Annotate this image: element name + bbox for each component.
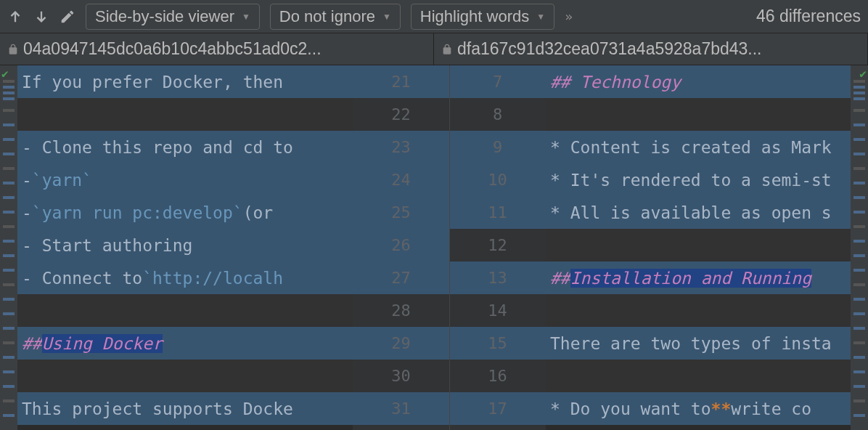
marker[interactable] xyxy=(3,298,15,301)
marker[interactable] xyxy=(853,341,865,344)
code-segment: * All is available as open s xyxy=(550,203,832,222)
marker[interactable] xyxy=(853,283,865,286)
ignore-mode-dropdown[interactable]: Do not ignore ▼ xyxy=(270,4,401,30)
marker[interactable] xyxy=(3,211,15,214)
marker[interactable] xyxy=(853,254,865,257)
left-marker-column[interactable]: ✔ xyxy=(0,65,17,430)
marker[interactable] xyxy=(3,385,15,388)
next-diff-button[interactable] xyxy=(33,9,49,25)
code-line[interactable]: This project supports Docke xyxy=(17,392,353,425)
edit-button[interactable] xyxy=(60,9,75,25)
code-line[interactable]: * All is available as open s xyxy=(546,196,851,229)
marker[interactable] xyxy=(853,327,865,330)
marker[interactable] xyxy=(3,109,15,112)
marker[interactable] xyxy=(853,399,865,402)
marker[interactable] xyxy=(3,123,15,126)
code-segment: * Content is created as Mark xyxy=(550,138,832,157)
code-segment: There are two types of insta xyxy=(550,334,832,353)
marker[interactable] xyxy=(853,196,865,199)
marker[interactable] xyxy=(853,298,865,301)
code-line[interactable] xyxy=(546,294,851,327)
marker[interactable] xyxy=(3,327,15,330)
code-segment: This project supports Docke xyxy=(22,399,293,418)
marker[interactable] xyxy=(3,153,15,155)
marker[interactable] xyxy=(853,240,865,243)
marker[interactable] xyxy=(3,399,15,402)
marker[interactable] xyxy=(853,225,865,228)
pencil-icon xyxy=(60,9,75,25)
code-line[interactable]: * Content is created as Mark xyxy=(546,131,851,163)
left-pane[interactable]: If you prefer Docker, then- Clone this r… xyxy=(17,65,353,430)
code-line[interactable] xyxy=(546,360,851,392)
marker[interactable] xyxy=(3,370,15,373)
marker[interactable] xyxy=(853,109,865,112)
marker[interactable] xyxy=(3,167,15,170)
marker[interactable] xyxy=(853,167,865,170)
code-line[interactable]: - Connect to `http://localh xyxy=(17,261,353,294)
marker[interactable] xyxy=(853,138,865,141)
marker[interactable] xyxy=(3,269,15,272)
marker[interactable] xyxy=(853,97,865,100)
marker[interactable] xyxy=(3,196,15,199)
marker[interactable] xyxy=(853,370,865,373)
marker[interactable] xyxy=(853,312,865,315)
code-line[interactable] xyxy=(17,98,353,131)
code-line[interactable]: - Start authoring xyxy=(17,229,353,261)
lock-icon xyxy=(441,42,453,57)
marker[interactable] xyxy=(3,341,15,344)
viewer-mode-dropdown[interactable]: Side-by-side viewer ▼ xyxy=(86,4,260,30)
code-line[interactable]: ## Technology xyxy=(546,65,851,98)
marker[interactable] xyxy=(853,92,865,94)
marker[interactable] xyxy=(853,86,865,89)
marker[interactable] xyxy=(3,182,15,184)
marker[interactable] xyxy=(3,283,15,286)
ignore-mode-label: Do not ignore xyxy=(279,7,375,26)
marker[interactable] xyxy=(3,92,15,94)
marker[interactable] xyxy=(853,153,865,155)
code-line[interactable]: ## Installation and Running xyxy=(546,261,851,294)
code-segment: ## Technology xyxy=(550,73,681,92)
marker[interactable] xyxy=(853,414,865,417)
line-number-right: 13 xyxy=(449,261,546,294)
marker[interactable] xyxy=(853,269,865,272)
code-line[interactable]: * It's rendered to a semi-st xyxy=(546,163,851,196)
marker[interactable] xyxy=(853,211,865,214)
marker[interactable] xyxy=(3,356,15,359)
highlight-mode-dropdown[interactable]: Highlight words ▼ xyxy=(411,4,554,30)
code-line[interactable] xyxy=(546,229,851,261)
marker[interactable] xyxy=(3,240,15,243)
marker[interactable] xyxy=(853,80,865,83)
marker[interactable] xyxy=(3,80,15,83)
marker[interactable] xyxy=(853,356,865,359)
right-pane[interactable]: ## Technology* Content is created as Mar… xyxy=(546,65,851,430)
code-line[interactable] xyxy=(546,98,851,131)
code-line[interactable]: - `yarn` xyxy=(17,163,353,196)
marker[interactable] xyxy=(3,254,15,257)
marker[interactable] xyxy=(3,86,15,89)
code-line[interactable]: - `yarn run pc:develop` (or xyxy=(17,196,353,229)
code-line[interactable]: ## Using Docker xyxy=(17,327,353,360)
marker[interactable] xyxy=(3,97,15,100)
code-line[interactable]: If you prefer Docker, then xyxy=(17,65,353,98)
marker[interactable] xyxy=(853,385,865,388)
code-line[interactable] xyxy=(17,360,353,392)
code-line[interactable]: - Clone this repo and cd to xyxy=(17,131,353,163)
line-number-left: 22 xyxy=(353,98,449,131)
code-line[interactable]: There are two types of insta xyxy=(546,327,851,360)
code-line[interactable]: * Do you want to **write co xyxy=(546,392,851,425)
more-options-icon[interactable]: » xyxy=(565,9,573,24)
marker[interactable] xyxy=(3,138,15,141)
line-number-right: 10 xyxy=(449,163,546,196)
marker[interactable] xyxy=(3,225,15,228)
code-segment: ## xyxy=(22,334,42,353)
marker[interactable] xyxy=(3,312,15,315)
marker[interactable] xyxy=(853,123,865,126)
code-line[interactable] xyxy=(17,294,353,327)
marker[interactable] xyxy=(3,414,15,417)
code-segment: (or xyxy=(243,203,274,222)
prev-diff-button[interactable] xyxy=(7,9,23,25)
line-number-right: 16 xyxy=(449,360,546,392)
marker[interactable] xyxy=(853,182,865,184)
line-number-left: 27 xyxy=(353,261,449,294)
right-marker-column[interactable]: ✔ xyxy=(851,65,868,430)
